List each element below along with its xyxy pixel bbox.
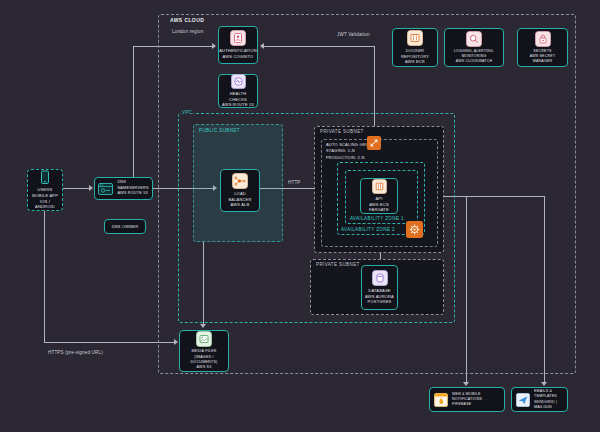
arrowhead-into-dns xyxy=(89,185,93,191)
alb-label: AWS ALB xyxy=(223,202,257,208)
line-users-to-dns xyxy=(63,188,91,189)
s3-label: (IMAGES / DOCUMENTS) xyxy=(182,355,226,366)
https-presigned-label: HTTPS (pre-signed URL) xyxy=(48,350,103,355)
aurora-database-icon xyxy=(372,270,388,286)
dns-owner-node: DNS OWNER xyxy=(104,219,146,234)
db-label: DATABASE xyxy=(365,288,394,294)
dns-nameservers-node: DNS NAMESERVERS AWS ROUTE 53 xyxy=(94,177,153,200)
sendgrid-label: EMAILS & TEMPLATES xyxy=(534,389,563,399)
asg-production: PRODUCTION: 2-N xyxy=(326,155,375,161)
secrets-label: AWS SECRET MANAGER xyxy=(520,54,565,64)
alb-label: LOAD BALANCER xyxy=(223,191,257,203)
firebase-label: WEB & MOBILE NOTIFICATIONS xyxy=(452,392,500,402)
cognito-icon xyxy=(230,30,246,46)
http-label: HTTP xyxy=(288,180,301,185)
region-label: London region xyxy=(172,29,203,34)
sendgrid-label: SENDGRID | MAILGUN xyxy=(534,400,563,410)
users-mobile-app-node: USERS MOBILE APP IOS / ANDROID xyxy=(27,169,63,211)
s3-media-icon xyxy=(196,331,212,347)
dns-owner-label: DNS OWNER xyxy=(112,224,139,230)
monitoring-label: LOGGING, ALERTING, MONITORING xyxy=(447,49,501,59)
secrets-manager-icon xyxy=(535,31,551,47)
users-label: MOBILE APP xyxy=(30,193,60,199)
ecr-label: DOCKER REPOSITORY xyxy=(395,48,435,60)
private-subnet-app-label: PRIVATE SUBNET xyxy=(320,129,364,134)
monitoring-label: AWS CLOUDWATCH xyxy=(447,59,501,64)
private-subnet-db-label: PRIVATE SUBNET xyxy=(316,262,360,267)
line-dns-to-auth-v xyxy=(133,46,134,178)
firebase-notifications-node: WEB & MOBILE NOTIFICATIONS FIREBASE xyxy=(429,387,505,412)
fargate-container-icon xyxy=(372,179,387,194)
firebase-icon xyxy=(434,393,448,407)
users-label: IOS / ANDROID xyxy=(30,199,60,211)
jwt-validation-label: JWT Validation xyxy=(337,32,370,37)
cloudwatch-icon xyxy=(466,31,482,47)
load-balancer-alb-node: LOAD BALANCER AWS ALB xyxy=(220,169,260,212)
sendgrid-emails-node: EMAILS & TEMPLATES SENDGRID | MAILGUN xyxy=(511,387,568,412)
route53-health-icon xyxy=(231,74,246,89)
availability-zone-2-label: AVAILABILITY ZONE 2 xyxy=(341,227,395,232)
auth-label: AWS COGNITO xyxy=(219,54,257,60)
monitoring-cloudwatch-node: LOGGING, ALERTING, MONITORING AWS CLOUDW… xyxy=(444,28,504,67)
dns-label: DNS NAMESERVERS xyxy=(117,180,148,191)
arrowhead-into-firebase xyxy=(463,382,469,386)
dns-label: AWS ROUTE 53 xyxy=(117,191,148,197)
paper-plane-icon xyxy=(516,393,530,407)
health-label: AWS ROUTE 53 xyxy=(221,102,255,108)
ecr-label: AWS ECR xyxy=(395,59,435,65)
secrets-manager-node: SECRETS AWS SECRET MANAGER xyxy=(517,28,568,67)
api-label: AWS ECS FARGATE xyxy=(363,202,395,214)
mobile-phone-icon xyxy=(39,170,51,185)
api-ecs-fargate-node: API AWS ECS FARGATE xyxy=(360,178,398,214)
alb-icon xyxy=(232,173,248,189)
firebase-label: FIREBASE xyxy=(452,402,500,407)
vpc-label: VPC xyxy=(181,110,193,115)
ecs-service-icon xyxy=(406,221,423,238)
database-aurora-node: DATABASE AWS AURORA POSTGRES xyxy=(361,265,398,310)
availability-zone-1-label: AVAILABILITY ZONE 1 xyxy=(350,216,404,221)
health-checks-route53-node: HEALTH CHECKS AWS ROUTE 53 xyxy=(218,74,258,108)
arrowhead-into-sendgrid xyxy=(541,382,547,386)
dns-window-icon xyxy=(98,183,113,195)
line-users-to-s3-h xyxy=(44,342,176,343)
authentication-cognito-node: AUTHENTICATION AWS COGNITO xyxy=(218,26,258,64)
line-users-to-s3-v xyxy=(44,211,45,342)
health-label: HEALTH CHECKS xyxy=(221,91,255,103)
ecr-icon xyxy=(407,30,423,46)
db-label: POSTGRES xyxy=(365,299,394,305)
aws-architecture-diagram: AWS CLOUD London region VPC PUBLIC SUBNE… xyxy=(0,0,600,432)
public-subnet-label: PUBLIC SUBNET xyxy=(199,128,240,133)
docker-repository-ecr-node: DOCKER REPOSITORY AWS ECR xyxy=(392,28,438,67)
auto-scaling-icon xyxy=(367,136,381,150)
media-files-s3-node: MEDIA FILES (IMAGES / DOCUMENTS) AWS S3 xyxy=(179,330,229,372)
aws-cloud-label: AWS CLOUD xyxy=(170,17,204,23)
s3-label: AWS S3 xyxy=(182,365,226,370)
